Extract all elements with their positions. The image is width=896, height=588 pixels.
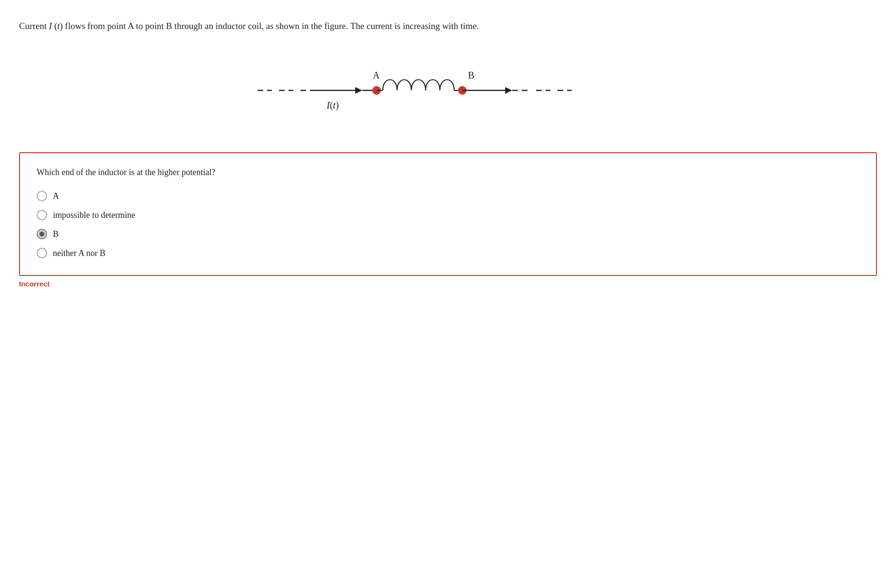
circuit-figure: A B I(t)	[19, 52, 877, 128]
circuit-svg: A B I(t)	[253, 52, 643, 128]
label-b: B	[468, 70, 474, 80]
current-symbol-t: t	[57, 21, 60, 31]
option-impossible[interactable]: impossible to determine	[37, 210, 859, 220]
question-box: Which end of the inductor is at the high…	[19, 152, 877, 276]
problem-statement: Current I (t) flows from point A to poin…	[19, 19, 877, 33]
option-impossible-label: impossible to determine	[53, 210, 135, 220]
radio-a[interactable]	[37, 191, 47, 201]
option-a-label: A	[53, 191, 59, 201]
radio-neither[interactable]	[37, 248, 47, 258]
page: Current I (t) flows from point A to poin…	[0, 0, 896, 588]
feedback-incorrect: Incorrect	[19, 280, 877, 288]
current-label: I(t)	[326, 100, 339, 111]
option-b-label: B	[53, 229, 59, 239]
option-a[interactable]: A	[37, 191, 859, 201]
svg-marker-9	[505, 87, 512, 94]
label-a: A	[373, 70, 380, 80]
svg-marker-4	[355, 87, 362, 94]
option-neither-label: neither A nor B	[53, 248, 106, 258]
radio-impossible[interactable]	[37, 210, 47, 220]
radio-b[interactable]	[37, 229, 47, 239]
current-symbol-i: I	[49, 21, 52, 31]
option-b[interactable]: B	[37, 229, 859, 239]
question-text: Which end of the inductor is at the high…	[37, 167, 859, 177]
option-neither[interactable]: neither A nor B	[37, 248, 859, 258]
options-list: A impossible to determine B neither A no…	[37, 191, 859, 258]
